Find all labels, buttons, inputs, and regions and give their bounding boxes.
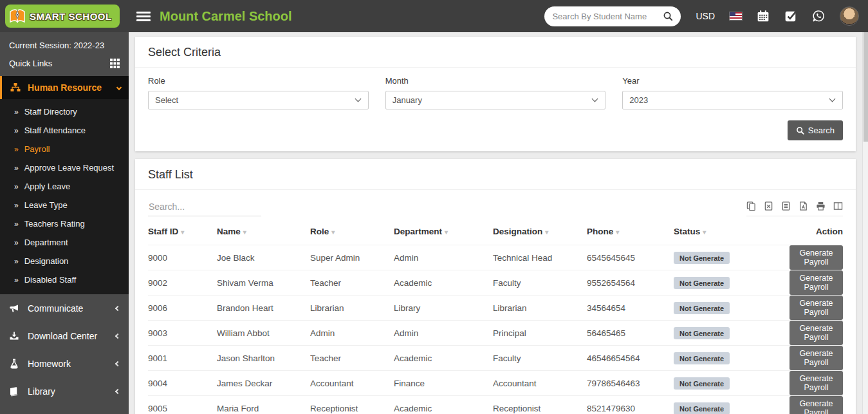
generate-payroll-button[interactable]: Generate Payroll — [790, 396, 843, 414]
cell-staff-id: 9002 — [148, 270, 217, 296]
sidebar-item-designation[interactable]: »Designation — [0, 252, 129, 270]
avatar[interactable] — [840, 6, 859, 26]
sidebar-item-library[interactable]: Library — [0, 377, 129, 405]
search-button[interactable]: Search — [788, 120, 843, 140]
sidebar-item-download-center[interactable]: Download Center — [0, 322, 129, 350]
cell-role: Teacher — [310, 270, 394, 296]
sitemap-icon — [10, 82, 21, 93]
currency-label[interactable]: USD — [696, 11, 715, 21]
sidebar-item-teachers-rating[interactable]: »Teachers Rating — [0, 214, 129, 233]
logo-text: SMART SCHOOL — [30, 11, 112, 22]
role-select[interactable]: Select — [148, 91, 369, 109]
cell-staff-id: 9005 — [148, 396, 217, 414]
sidebar-item-disabled-staff[interactable]: »Disabled Staff — [0, 270, 129, 289]
cell-status: Not Generate — [674, 245, 790, 270]
school-title: Mount Carmel School — [160, 9, 292, 24]
quick-links[interactable]: Quick Links — [0, 50, 129, 76]
double-chevron-icon: » — [14, 238, 19, 247]
student-search-input[interactable] — [552, 12, 663, 21]
print-icon[interactable] — [816, 201, 826, 211]
cell-action: Generate Payroll — [790, 296, 843, 321]
table-row: 9002 Shivam Verma Teacher Academic Facul… — [148, 270, 843, 296]
copy-icon[interactable] — [746, 201, 756, 211]
chevron-left-icon — [115, 388, 120, 393]
cell-action: Generate Payroll — [790, 396, 843, 414]
double-chevron-icon: » — [14, 182, 19, 191]
col-name[interactable]: Name▾ — [217, 218, 310, 245]
cell-staff-id: 9004 — [148, 371, 217, 396]
table-header-row: Staff ID▾ Name▾ Role▾ Department▾ Design… — [148, 218, 843, 245]
whatsapp-icon[interactable] — [812, 10, 825, 23]
generate-payroll-button[interactable]: Generate Payroll — [790, 346, 843, 370]
sidebar-item-department[interactable]: »Department — [0, 233, 129, 252]
generate-payroll-button[interactable]: Generate Payroll — [790, 245, 843, 270]
cell-status: Not Generate — [674, 321, 790, 346]
month-select[interactable]: January — [385, 91, 606, 109]
col-department[interactable]: Department▾ — [394, 218, 493, 245]
year-select[interactable]: 2023 — [622, 91, 843, 109]
col-role[interactable]: Role▾ — [310, 218, 394, 245]
cell-action: Generate Payroll — [790, 346, 843, 371]
double-chevron-icon: » — [14, 108, 19, 117]
cell-phone: 8521479630 — [587, 396, 674, 414]
sort-icon: ▾ — [243, 229, 246, 236]
sidebar-item-homework[interactable]: Homework — [0, 350, 129, 377]
table-search-input[interactable] — [148, 200, 261, 216]
cell-status: Not Generate — [674, 270, 790, 296]
generate-payroll-button[interactable]: Generate Payroll — [790, 296, 843, 320]
sidebar-item-human-resource[interactable]: Human Resource — [0, 76, 129, 99]
book-icon — [9, 386, 19, 397]
calendar-icon[interactable] — [757, 10, 770, 23]
sidebar-item-approve-leave-request[interactable]: »Approve Leave Request — [0, 158, 129, 177]
sidebar-item-inventory[interactable]: Inventory — [0, 405, 129, 414]
sidebar-item-apply-leave[interactable]: »Apply Leave — [0, 177, 129, 196]
month-field: Month January — [385, 76, 606, 109]
cell-designation: Faculty — [493, 346, 587, 371]
staff-list-title: Staff List — [135, 159, 856, 190]
generate-payroll-button[interactable]: Generate Payroll — [790, 371, 843, 395]
table-row: 9004 James Deckar Accountant Finance Acc… — [148, 371, 843, 396]
sidebar-item-payroll[interactable]: »Payroll — [0, 140, 129, 158]
menu-toggle-icon[interactable] — [136, 12, 151, 21]
scrollbar[interactable] — [862, 32, 868, 414]
download-icon — [9, 331, 19, 341]
columns-icon[interactable] — [833, 201, 843, 211]
table-search[interactable] — [148, 200, 261, 216]
task-check-icon[interactable] — [784, 10, 797, 23]
sort-icon: ▾ — [181, 229, 184, 236]
table-row: 9006 Brandon Heart Librarian Library Lib… — [148, 296, 843, 321]
scrollbar-thumb[interactable] — [863, 32, 868, 142]
sort-icon: ▾ — [445, 229, 448, 236]
excel-export-icon[interactable] — [764, 201, 773, 211]
pdf-export-icon[interactable] — [799, 201, 808, 211]
cell-staff-id: 9000 — [148, 245, 217, 270]
csv-export-icon[interactable] — [781, 201, 791, 211]
generate-payroll-button[interactable]: Generate Payroll — [790, 321, 843, 345]
cell-name: Shivam Verma — [217, 270, 310, 296]
top-header: SMART SCHOOL Mount Carmel School USD — [0, 0, 868, 32]
app-logo[interactable]: SMART SCHOOL — [0, 5, 129, 28]
cell-action: Generate Payroll — [790, 371, 843, 396]
col-staff-id[interactable]: Staff ID▾ — [148, 218, 217, 245]
cell-name: Joe Black — [217, 245, 310, 270]
export-toolbar — [746, 201, 843, 216]
cell-department: Finance — [394, 371, 493, 396]
grid-icon[interactable] — [110, 59, 120, 68]
sidebar-item-staff-directory[interactable]: »Staff Directory — [0, 102, 129, 121]
col-phone[interactable]: Phone▾ — [587, 218, 674, 245]
sidebar-item-communicate[interactable]: Communicate — [0, 294, 129, 322]
status-badge: Not Generate — [674, 302, 730, 314]
language-flag-icon[interactable] — [730, 12, 742, 20]
cell-staff-id: 9001 — [148, 346, 217, 371]
double-chevron-icon: » — [14, 257, 19, 266]
sidebar-item-staff-attendance[interactable]: »Staff Attendance — [0, 121, 129, 140]
current-session-label: Current Session: 2022-23 — [0, 32, 129, 50]
student-search[interactable] — [544, 6, 681, 26]
generate-payroll-button[interactable]: Generate Payroll — [790, 270, 843, 295]
year-label: Year — [622, 76, 843, 86]
sidebar-item-leave-type[interactable]: »Leave Type — [0, 196, 129, 214]
col-status[interactable]: Status▾ — [674, 218, 790, 245]
col-designation[interactable]: Designation▾ — [493, 218, 587, 245]
status-badge: Not Generate — [674, 402, 730, 414]
search-icon[interactable] — [663, 11, 673, 21]
